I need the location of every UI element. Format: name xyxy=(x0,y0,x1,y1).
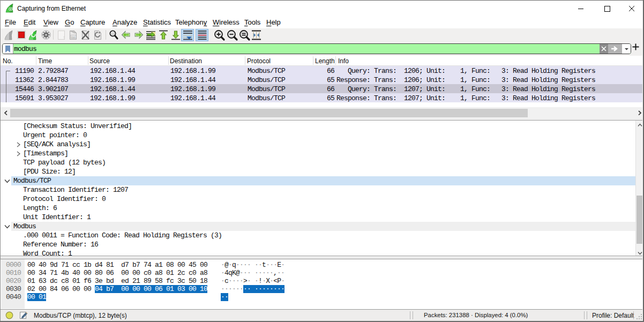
svg-text:010: 010 xyxy=(71,36,76,39)
